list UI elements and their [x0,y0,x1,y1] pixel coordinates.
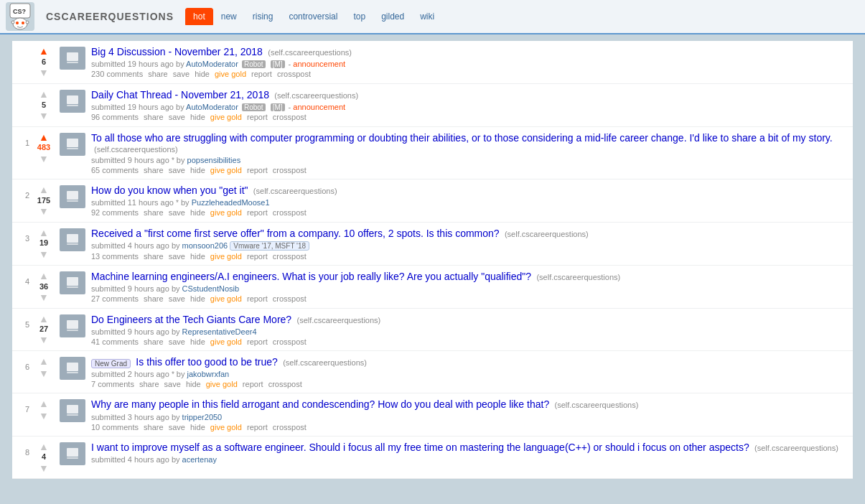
tab-rising[interactable]: rising [245,8,281,25]
comments-link[interactable]: 92 comments [91,208,139,217]
author-link[interactable]: RepresentativeDeer4 [182,327,257,336]
upvote-button[interactable]: ▲ [39,227,49,239]
comments-link[interactable]: 13 comments [91,252,139,261]
author-link[interactable]: popsensibilities [187,156,241,164]
give-gold-link[interactable]: give gold [210,294,242,303]
share-link[interactable]: share [148,70,168,78]
share-link[interactable]: share [144,208,164,217]
give-gold-link[interactable]: give gold [210,252,242,261]
tab-wiki[interactable]: wiki [412,8,442,25]
crosspost-link[interactable]: crosspost [277,70,311,78]
report-link[interactable]: report [247,337,268,346]
give-gold-link[interactable]: give gold [210,337,242,346]
post-title-link[interactable]: How do you know when you "get it" [91,185,248,196]
save-link[interactable]: save [169,252,185,261]
downvote-button[interactable]: ▼ [39,205,49,218]
report-link[interactable]: report [247,166,268,174]
post-title-link[interactable]: Why are many people in this field arroga… [91,398,549,410]
give-gold-link[interactable]: give gold [206,380,238,388]
downvote-button[interactable]: ▼ [39,334,49,346]
downvote-button[interactable]: ▼ [39,291,49,304]
downvote-button[interactable]: ▼ [39,67,49,79]
author-link[interactable]: jakobwrxfan [187,370,230,378]
flair-link[interactable]: announcement [293,60,345,68]
save-link[interactable]: save [169,208,185,217]
post-title-link[interactable]: Big 4 Discussion - November 21, 2018 [91,46,263,57]
author-link[interactable]: CSstudentNosib [182,284,240,293]
hide-link[interactable]: hide [190,423,205,431]
share-link[interactable]: share [139,380,159,388]
author-link[interactable]: AutoModerator [186,60,238,68]
save-link[interactable]: save [169,423,185,431]
downvote-button[interactable]: ▼ [39,153,49,165]
hide-link[interactable]: hide [190,113,205,121]
hide-link[interactable]: hide [195,70,210,78]
upvote-button[interactable]: ▲ [39,45,49,57]
post-title-link[interactable]: Do Engineers at the Tech Giants Care Mor… [91,314,291,325]
comments-link[interactable]: 27 comments [91,294,139,303]
comments-link[interactable]: 41 comments [91,337,139,346]
tab-controversial[interactable]: controversial [281,8,345,25]
downvote-button[interactable]: ▼ [39,248,49,261]
hide-link[interactable]: hide [190,166,205,174]
crosspost-link[interactable]: crosspost [273,113,307,121]
author-link[interactable]: acertenay [182,455,217,464]
report-link[interactable]: report [247,294,268,303]
give-gold-link[interactable]: give gold [210,423,242,431]
report-link[interactable]: report [247,208,268,217]
share-link[interactable]: share [144,423,164,431]
save-link[interactable]: save [169,113,185,121]
save-link[interactable]: save [169,337,185,346]
share-link[interactable]: share [144,252,164,261]
share-link[interactable]: share [144,337,164,346]
upvote-button[interactable]: ▲ [39,313,49,325]
crosspost-link[interactable]: crosspost [273,166,307,174]
share-link[interactable]: share [144,294,164,303]
tab-top[interactable]: top [345,8,373,25]
hide-link[interactable]: hide [190,252,205,261]
report-link[interactable]: report [243,380,263,388]
post-title-link[interactable]: I want to improve myself as a software e… [91,442,749,453]
downvote-button[interactable]: ▼ [39,462,49,475]
report-link[interactable]: report [251,70,272,78]
crosspost-link[interactable]: crosspost [273,252,307,261]
upvote-button[interactable]: ▲ [39,355,49,368]
upvote-button[interactable]: ▲ [39,270,49,282]
give-gold-link[interactable]: give gold [210,166,242,174]
tab-new[interactable]: new [213,8,245,25]
post-title-link[interactable]: Is this offer too good to be true? [136,356,277,368]
save-link[interactable]: save [169,294,185,303]
report-link[interactable]: report [247,113,268,121]
post-title-link[interactable]: To all those who are struggling with com… [91,132,833,144]
share-link[interactable]: share [144,166,164,174]
upvote-button[interactable]: ▲ [39,441,49,453]
hide-link[interactable]: hide [190,294,205,303]
downvote-button[interactable]: ▼ [39,110,49,122]
give-gold-link[interactable]: give gold [210,113,242,121]
post-title-link[interactable]: Daily Chat Thread - November 21, 2018 [91,89,269,101]
crosspost-link[interactable]: crosspost [273,294,307,303]
comments-link[interactable]: 230 comments [91,70,143,78]
upvote-button[interactable]: ▲ [39,88,49,101]
post-title-link[interactable]: Machine learning engineers/A.I engineers… [91,271,531,282]
comments-link[interactable]: 7 comments [91,380,134,388]
crosspost-link[interactable]: crosspost [268,380,302,388]
upvote-button[interactable]: ▲ [39,184,49,196]
hide-link[interactable]: hide [186,380,201,388]
flair-link[interactable]: announcement [293,103,345,111]
crosspost-link[interactable]: crosspost [273,337,307,346]
report-link[interactable]: report [247,423,268,431]
downvote-button[interactable]: ▼ [39,368,49,380]
hide-link[interactable]: hide [190,337,205,346]
comments-link[interactable]: 10 comments [91,423,139,431]
crosspost-link[interactable]: crosspost [273,423,307,431]
share-link[interactable]: share [144,113,164,121]
comments-link[interactable]: 96 comments [91,113,139,121]
upvote-button[interactable]: ▲ [39,398,49,410]
post-title-link[interactable]: Received a "first come first serve offer… [91,228,500,239]
downvote-button[interactable]: ▼ [39,410,49,422]
report-link[interactable]: report [247,252,268,261]
author-link[interactable]: monsoon206 [182,241,228,250]
tab-gilded[interactable]: gilded [373,8,412,25]
hide-link[interactable]: hide [190,208,205,217]
